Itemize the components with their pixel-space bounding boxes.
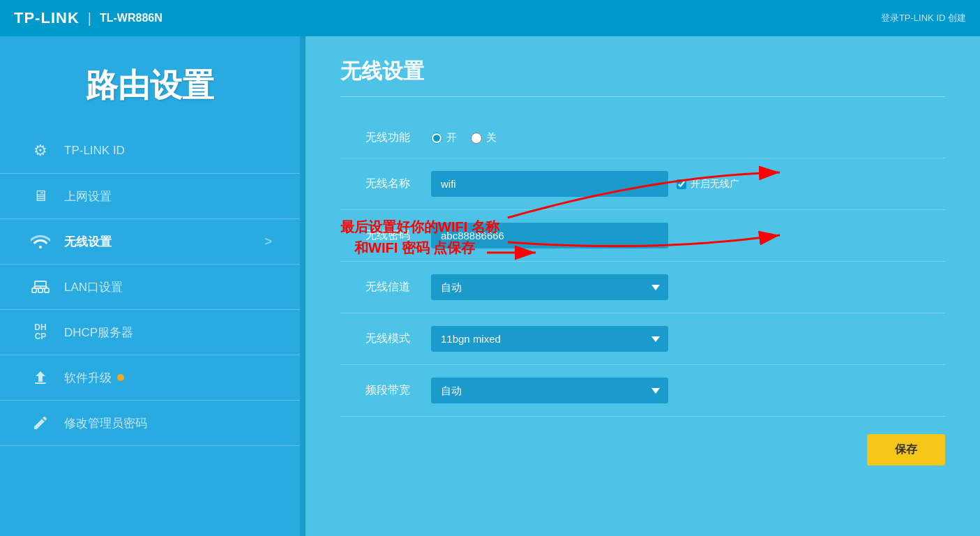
gear-icon: ⚙ [28,138,53,163]
page-title: 无线设置 [340,57,945,97]
wifi-bandwidth-label: 频段带宽 [340,383,410,398]
wifi-enable-off-input[interactable] [471,133,482,144]
wifi-enable-on-input[interactable] [431,133,442,144]
wifi-bandwidth-control: 自动 20MHz 40MHz [431,378,945,403]
sidebar-item-internet[interactable]: 🖥 上网设置 [0,174,300,219]
sidebar-item-dhcp[interactable]: DHCP DHCP服务器 [0,310,300,355]
edit-icon [28,410,53,436]
wifi-mode-select[interactable]: 11bgn mixed 11bg mixed 11b only 11g only… [431,326,668,352]
wifi-password-label: 无线密码 [340,228,410,243]
sidebar-title: 路由设置 [0,50,300,128]
wifi-channel-label: 无线信道 [340,280,410,295]
upgrade-badge [117,374,124,381]
wifi-channel-row: 无线信道 自动 1 6 11 [340,262,945,313]
sidebar-separator [300,36,306,536]
arrow-icon: > [264,234,272,249]
content: 无线设置 无线功能 开 关 [306,36,980,486]
upgrade-icon [28,365,53,390]
sidebar-item-wireless[interactable]: 无线设置 > [0,219,300,265]
wifi-mode-row: 无线模式 11bgn mixed 11bg mixed 11b only 11g… [340,313,945,365]
header: TP-LINK | TL-WR886N 登录TP-LINK ID 创建 [0,0,980,36]
svg-rect-1 [32,288,36,292]
wifi-name-label: 无线名称 [340,177,410,191]
lan-icon [28,274,53,299]
wifi-enable-on-radio[interactable]: 开 [431,131,457,144]
svg-rect-3 [45,288,49,292]
save-btn-row: 保存 [340,417,945,466]
sidebar-label-lan: LAN口设置 [64,279,123,295]
wifi-name-control: 开启无线广 [431,171,945,197]
wifi-channel-control: 自动 1 6 11 [431,274,945,300]
sidebar-label-password: 修改管理员密码 [64,415,147,431]
wifi-bandwidth-select[interactable]: 自动 20MHz 40MHz [431,378,668,403]
broadcast-checkbox-item[interactable]: 开启无线广 [677,178,739,191]
wifi-bandwidth-row: 频段带宽 自动 20MHz 40MHz [340,365,945,417]
dhcp-icon: DHCP [28,320,53,345]
model-name: TL-WR886N [100,12,163,24]
svg-rect-8 [35,382,46,384]
monitor-icon: 🖥 [28,184,53,209]
broadcast-checkbox[interactable] [677,179,686,189]
wireless-settings-form: 无线功能 开 关 无线名称 [340,118,945,417]
sidebar-item-tplink-id[interactable]: ⚙ TP-LINK ID [0,128,300,174]
wifi-password-input[interactable] [431,223,668,248]
main-layout: 路由设置 ⚙ TP-LINK ID 🖥 上网设置 无线设置 > [0,36,980,536]
wifi-enable-on-label: 开 [446,131,457,144]
sidebar-label-internet: 上网设置 [64,188,112,204]
header-links[interactable]: 登录TP-LINK ID 创建 [881,12,966,24]
wifi-name-row: 无线名称 开启无线广 [340,158,945,210]
wifi-enable-label: 无线功能 [340,131,410,145]
svg-rect-2 [38,288,43,292]
sidebar-label-wireless: 无线设置 [64,234,112,250]
wifi-enable-off-label: 关 [486,131,497,144]
content-wrapper: 无线设置 无线功能 开 关 [306,36,980,536]
sidebar-label-dhcp: DHCP服务器 [64,325,133,341]
wifi-password-row: 无线密码 [340,210,945,262]
wifi-enable-control: 开 关 [431,131,945,144]
wifi-channel-select[interactable]: 自动 1 6 11 [431,274,668,300]
sidebar-label-tplink-id: TP-LINK ID [64,144,125,158]
sidebar-item-password[interactable]: 修改管理员密码 [0,401,300,446]
save-button[interactable]: 保存 [867,434,945,466]
wifi-name-input[interactable] [431,171,668,197]
wifi-mode-label: 无线模式 [340,332,410,346]
logo-divider: | [88,10,91,27]
brand-name: TP-LINK [14,9,80,27]
logo: TP-LINK | TL-WR886N [14,9,163,27]
sidebar-item-lan[interactable]: LAN口设置 [0,265,300,310]
wifi-enable-off-radio[interactable]: 关 [471,131,497,144]
broadcast-label: 开启无线广 [691,178,739,191]
sidebar: 路由设置 ⚙ TP-LINK ID 🖥 上网设置 无线设置 > [0,36,300,536]
wifi-icon [28,229,53,254]
wifi-mode-control: 11bgn mixed 11bg mixed 11b only 11g only… [431,326,945,352]
wifi-password-control [431,223,945,248]
sidebar-item-upgrade[interactable]: 软件升级 [0,355,300,401]
wifi-enable-row: 无线功能 开 关 [340,118,945,158]
sidebar-label-upgrade: 软件升级 [64,370,112,386]
